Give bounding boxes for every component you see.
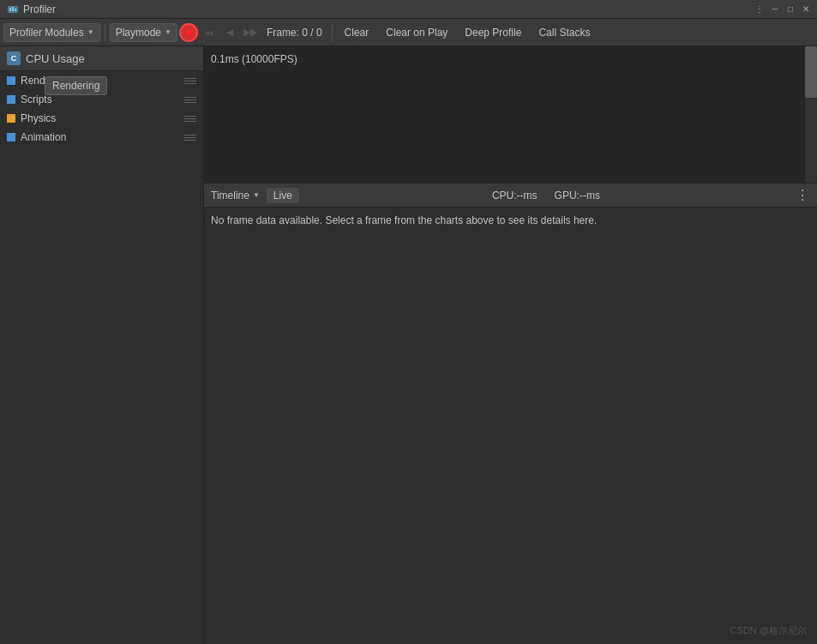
timeline-stats: CPU:--ms GPU:--ms [306,190,786,202]
fps-label: 0.1ms (10000FPS) [211,53,297,65]
playmode-arrow: ▼ [165,28,171,36]
module-physics[interactable]: Physics [0,109,203,128]
module-animation-label: Animation [21,131,181,143]
timeline-arrow[interactable]: ▼ [253,191,260,199]
rendering-color [7,76,15,85]
toolbar: Profiler Modules ▼ Playmode ▼ ⏮ ◀ ▶▶ Fra… [0,19,817,46]
data-panel: No frame data available. Select a frame … [204,208,817,644]
no-data-message: No frame data available. Select a frame … [211,214,597,226]
module-list: Rendering Rendering Scripts Physics [0,71,203,644]
cpu-icon: C [7,51,21,65]
timeline-label: Timeline ▼ [211,190,260,202]
window-title: Profiler [23,3,56,15]
chart-area: 0.1ms (10000FPS) [204,46,817,184]
physics-handle [184,116,196,122]
cpu-header: C CPU Usage [0,46,203,71]
deep-profile-button[interactable]: Deep Profile [457,23,529,42]
minimize-button[interactable]: ─ [769,3,781,15]
record-button[interactable] [179,23,198,42]
sep-1 [105,24,105,41]
animation-color [7,133,15,141]
timeline-bar: Timeline ▼ Live CPU:--ms GPU:--ms ⋮ [204,184,817,208]
playmode-dropdown[interactable]: Playmode ▼ [110,23,177,42]
sep-2 [332,24,333,41]
timeline-live[interactable]: Live [267,188,299,203]
maximize-button[interactable]: □ [784,3,796,15]
scrollbar-thumb[interactable] [805,46,817,98]
module-physics-label: Physics [21,112,181,124]
profiler-modules-dropdown[interactable]: Profiler Modules ▼ [3,23,100,42]
animation-handle [184,135,196,141]
profiler-icon [7,3,19,15]
title-bar: Profiler ⋮ ─ □ ✕ [0,0,817,19]
record-indicator [185,29,192,36]
main-area: C CPU Usage Rendering Rendering Scripts [0,46,817,644]
clear-button[interactable]: Clear [337,23,377,42]
cpu-usage-title: CPU Usage [26,52,85,65]
svg-rect-1 [9,8,11,11]
window-controls: ⋮ ─ □ ✕ [754,3,812,15]
module-rendering[interactable]: Rendering Rendering [0,71,203,90]
go-to-first-button[interactable]: ⏮ [200,23,219,42]
module-scripts[interactable]: Scripts [0,90,203,109]
left-panel: C CPU Usage Rendering Rendering Scripts [0,46,204,644]
svg-rect-3 [15,9,16,11]
menu-button[interactable]: ⋮ [754,3,766,15]
go-to-next-button[interactable]: ▶▶ [241,23,260,42]
gpu-stat: GPU:--ms [555,190,600,202]
cpu-stat: CPU:--ms [492,190,538,202]
frame-counter: Frame: 0 / 0 [261,27,327,39]
close-button[interactable]: ✕ [800,3,812,15]
clear-on-play-button[interactable]: Clear on Play [378,23,455,42]
right-panel: 0.1ms (10000FPS) Timeline ▼ Live CPU:--m… [204,46,817,644]
chart-scrollbar[interactable] [805,46,817,183]
timeline-menu-button[interactable]: ⋮ [793,187,810,204]
scripts-color [7,95,15,104]
profiler-modules-arrow: ▼ [87,28,94,36]
svg-rect-2 [12,7,14,11]
go-to-prev-button[interactable]: ◀ [220,23,239,42]
module-rendering-label: Rendering [21,75,181,87]
call-stacks-button[interactable]: Call Stacks [531,23,598,42]
module-animation[interactable]: Animation [0,128,203,147]
scripts-handle [184,97,196,103]
physics-color [7,114,15,123]
rendering-handle [184,78,196,84]
watermark: CSDN @格尔尼尔 [730,624,807,637]
module-scripts-label: Scripts [21,93,181,105]
